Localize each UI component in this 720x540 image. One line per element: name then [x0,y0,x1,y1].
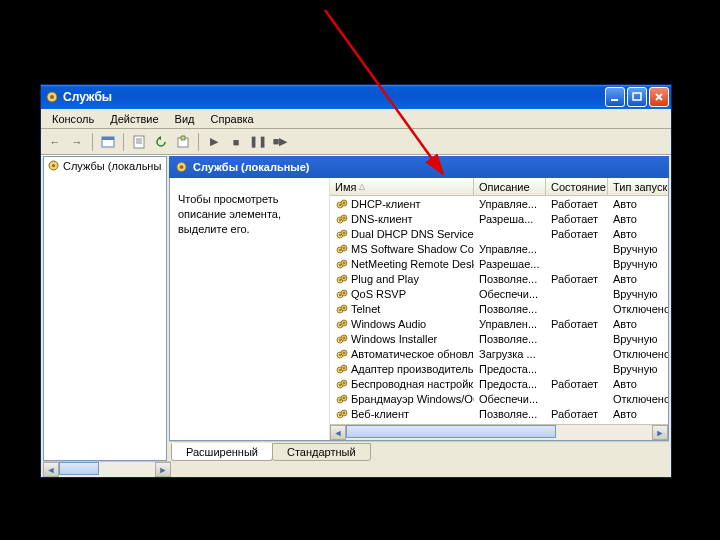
service-desc: Управляе... [474,243,546,255]
minimize-button[interactable] [605,87,625,107]
services-list[interactable]: Имя △ Описание Состояние Тип запуска DHC… [330,178,668,440]
svg-point-23 [343,217,345,219]
scroll-track[interactable] [59,462,155,477]
scroll-left-button[interactable]: ◄ [43,462,59,477]
service-row[interactable]: Брандмауэр Windows/Общи...Обеспечи...Отк… [330,391,668,406]
svg-point-67 [343,382,345,384]
column-state[interactable]: Состояние [546,178,608,195]
tb-separator [123,133,124,151]
service-desc: Управлен... [474,318,546,330]
column-start[interactable]: Тип запуска [608,178,668,195]
svg-point-26 [339,234,341,236]
scroll-track[interactable] [346,425,652,440]
svg-point-62 [339,369,341,371]
service-row[interactable]: Автоматическое обновлениеЗагрузка ...Отк… [330,346,668,361]
service-start: Авто [608,228,668,240]
close-button[interactable] [649,87,669,107]
services-window: Службы Консоль Действие Вид Справка ← → [40,84,672,478]
service-row[interactable]: Windows AudioУправлен...РаботаетАвто [330,316,668,331]
service-state: Работает [546,378,608,390]
service-state: Работает [546,408,608,420]
menubar: Консоль Действие Вид Справка [41,109,671,129]
menu-view[interactable]: Вид [168,111,202,127]
window-title: Службы [63,90,605,104]
toolbar-properties-button[interactable] [129,132,149,152]
service-row[interactable]: Адаптер производительнос...Предоста...Вр… [330,361,668,376]
menu-help[interactable]: Справка [204,111,261,127]
service-icon [335,227,348,240]
service-desc: Обеспечи... [474,393,546,405]
column-name[interactable]: Имя △ [330,178,474,195]
svg-point-70 [339,399,341,401]
svg-point-13 [52,164,55,167]
service-row[interactable]: TelnetПозволяе...Отключено [330,301,668,316]
service-start: Авто [608,213,668,225]
svg-point-39 [343,277,345,279]
svg-point-18 [339,204,341,206]
gear-icon [47,159,60,172]
tree-pane[interactable]: Службы (локальны [43,156,167,461]
scroll-right-button[interactable]: ► [155,462,171,477]
service-row[interactable]: Беспроводная настройкаПредоста...Работае… [330,376,668,391]
scroll-right-button[interactable]: ► [652,425,668,440]
tab-extended[interactable]: Расширенный [171,443,273,461]
app-icon [45,90,59,104]
toolbar-refresh-button[interactable] [151,132,171,152]
service-row[interactable]: DNS-клиентРазреша...РаботаетАвто [330,211,668,226]
panel-header: Службы (локальные) [169,156,669,178]
service-desc: Разреша... [474,213,546,225]
svg-point-51 [343,322,345,324]
service-row[interactable]: Dual DHCP DNS ServiceРаботаетАвто [330,226,668,241]
service-icon [335,332,348,345]
service-icon [335,317,348,330]
nav-forward-button: → [67,132,87,152]
svg-point-43 [343,292,345,294]
description-pane: Чтобы просмотреть описание элемента, выд… [170,178,330,440]
svg-point-58 [339,354,341,356]
toolbar: ← → ▶ ■ ❚❚ ■▶ [41,129,671,155]
scroll-thumb[interactable] [346,425,556,438]
list-hscrollbar[interactable]: ◄ ► [330,424,668,440]
svg-point-50 [339,324,341,326]
service-state: Работает [546,318,608,330]
scroll-left-button[interactable]: ◄ [330,425,346,440]
menu-console[interactable]: Консоль [45,111,101,127]
view-tabs: Расширенный Стандартный [169,441,669,461]
service-start: Вручную [608,333,668,345]
svg-rect-3 [611,99,618,101]
svg-point-55 [343,337,345,339]
panel-title: Службы (локальные) [193,161,310,173]
service-name: Telnet [351,303,380,315]
service-row[interactable]: DHCP-клиентУправляе...РаботаетАвто [330,196,668,211]
service-start: Вручную [608,363,668,375]
toolbar-window-button[interactable] [98,132,118,152]
tree-hscrollbar[interactable]: ◄ ► [41,461,671,477]
maximize-button[interactable] [627,87,647,107]
service-row[interactable]: Веб-клиентПозволяе...РаботаетАвто [330,406,668,421]
tb-separator [198,133,199,151]
service-row[interactable]: Plug and PlayПозволяе...РаботаетАвто [330,271,668,286]
service-icon [335,302,348,315]
service-icon [335,287,348,300]
tree-root-item[interactable]: Службы (локальны [44,157,166,174]
service-row[interactable]: Windows InstallerПозволяе...Вручную [330,331,668,346]
description-text: Чтобы просмотреть описание элемента, выд… [178,192,321,237]
scroll-thumb[interactable] [59,462,99,475]
toolbar-export-button[interactable] [173,132,193,152]
service-row[interactable]: NetMeeting Remote Desktop ...Разрешае...… [330,256,668,271]
service-row[interactable]: QoS RSVPОбеспечи...Вручную [330,286,668,301]
service-start: Авто [608,198,668,210]
svg-point-42 [339,294,341,296]
toolbar-restart-button: ■▶ [270,132,290,152]
service-row[interactable]: MS Software Shadow Copy P...Управляе...В… [330,241,668,256]
service-icon [335,407,348,420]
service-desc: Управляе... [474,198,546,210]
tab-standard[interactable]: Стандартный [272,443,371,461]
service-desc: Позволяе... [474,303,546,315]
column-desc[interactable]: Описание [474,178,546,195]
service-icon [335,362,348,375]
menu-action[interactable]: Действие [103,111,165,127]
svg-point-47 [343,307,345,309]
service-name: QoS RSVP [351,288,406,300]
titlebar[interactable]: Службы [41,85,671,109]
